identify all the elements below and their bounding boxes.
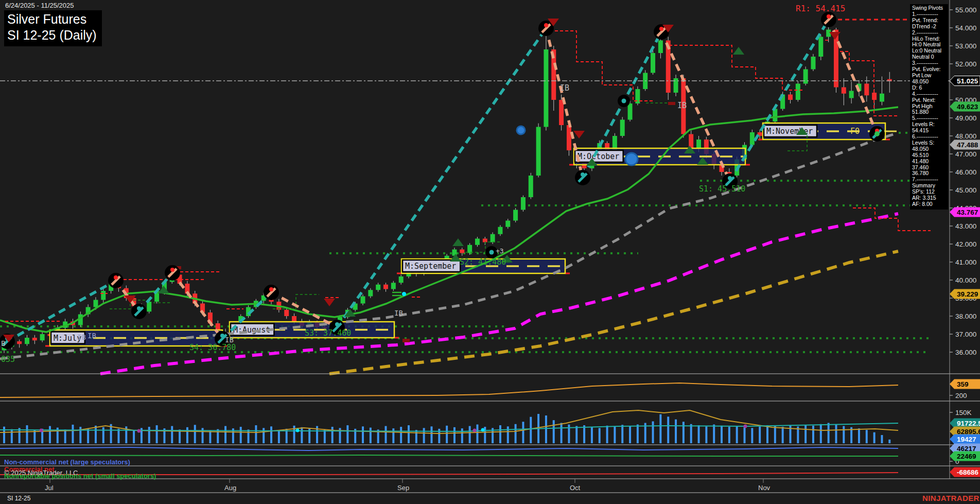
axis-tick-label: 150K xyxy=(955,409,972,416)
sell-triangle xyxy=(829,32,841,40)
chart-annotation: S4: 36.780 xyxy=(189,343,236,352)
candlestick xyxy=(750,132,755,145)
sell-triangle xyxy=(573,131,585,138)
chart-annotation: IB xyxy=(87,332,96,340)
swing-pivots-line: 41.480 xyxy=(912,159,948,165)
chart-annotation: +3 xyxy=(496,247,504,255)
axis-tick-label: 47.000 xyxy=(955,150,976,158)
support-resistance-levels xyxy=(0,133,930,352)
candlestick xyxy=(849,91,854,98)
candlestick xyxy=(521,197,526,210)
candlestick xyxy=(505,221,510,227)
candlestick xyxy=(544,49,548,127)
candlestick xyxy=(796,84,800,100)
candlestick xyxy=(498,227,502,234)
candlestick xyxy=(40,334,45,340)
svg-text:46217: 46217 xyxy=(957,445,976,453)
candlestick xyxy=(651,53,655,73)
sell-triangle xyxy=(324,299,335,306)
candlestick xyxy=(773,109,777,122)
candlestick xyxy=(17,341,22,344)
candlestick xyxy=(620,120,625,136)
chart-annotation: IB xyxy=(77,333,86,341)
chart-annotation: S2: 41.480 xyxy=(460,257,506,267)
chart-annotation: 035 xyxy=(1,355,15,364)
month-label[interactable]: Jul xyxy=(45,484,54,492)
axis-tick-label: 37.000 xyxy=(955,331,976,338)
chart-canvas[interactable]: M:JulyM:AugustM:SeptemberM:OctoberM:Nove… xyxy=(0,0,980,504)
buy-triangle xyxy=(452,238,464,246)
candlestick xyxy=(529,176,533,197)
candlestick xyxy=(467,245,472,253)
volume-histogram xyxy=(3,414,890,443)
candlestick xyxy=(93,300,98,307)
candlestick xyxy=(513,210,518,221)
month-label[interactable]: Sep xyxy=(397,484,409,492)
chart-date-range: 6/24/2025 - 11/25/2025 xyxy=(5,2,74,9)
month-label[interactable]: Oct xyxy=(570,484,581,492)
chart-title-instrument: Silver Futures xyxy=(7,11,97,27)
candlestick xyxy=(368,290,373,296)
swing-pivots-line: Pvt. Trend: xyxy=(912,18,948,24)
candlestick xyxy=(658,41,663,54)
r1-label: R1: 54.415 xyxy=(796,4,845,13)
chart-annotation: B xyxy=(1,339,5,347)
candlestick xyxy=(788,95,793,100)
svg-text:19427: 19427 xyxy=(957,436,976,443)
swing-markers xyxy=(0,12,885,349)
candlestick xyxy=(491,234,495,242)
candlestick xyxy=(383,285,388,289)
chart-annotation: S1: 45.510 xyxy=(699,184,745,194)
candlestick xyxy=(567,125,571,150)
axis-tick-label: 54.000 xyxy=(955,24,976,32)
candlestick xyxy=(361,297,365,304)
candlestick xyxy=(811,57,815,69)
svg-text:-68686: -68686 xyxy=(957,468,979,476)
legend-noncommercial-net: Non-commercial net (large speculators) xyxy=(4,458,130,466)
axis-tick-label: 45.000 xyxy=(955,186,976,194)
monthly-box-label: M:August xyxy=(233,325,270,335)
ninjatrader-logo: NINJATRADER xyxy=(922,494,979,502)
candlestick xyxy=(818,37,823,57)
swing-pivots-panel: Swing Pivots1.------------Pvt. Trend:DTr… xyxy=(910,4,948,210)
axis-tick-label: 48.000 xyxy=(955,132,976,140)
price-axis-labels: 55.00054.00053.00052.00051.00050.00049.0… xyxy=(950,6,976,465)
swing-pivots-line: DTrend -2 xyxy=(912,24,948,30)
monthly-boxes: M:JulyM:AugustM:SeptemberM:OctoberM:Nove… xyxy=(45,123,890,346)
svg-text:359: 359 xyxy=(957,380,969,388)
svg-text:47.488: 47.488 xyxy=(957,141,978,149)
axis-tick-label: 53.000 xyxy=(955,42,976,50)
svg-text:49.623: 49.623 xyxy=(957,103,978,111)
svg-text:22469: 22469 xyxy=(957,453,976,460)
signal-dot xyxy=(625,153,638,165)
svg-text:39.229: 39.229 xyxy=(957,290,978,298)
candlestick xyxy=(864,84,869,96)
candlestick xyxy=(399,276,404,283)
swing-pivots-line: D: 6 xyxy=(912,85,948,91)
chart-title-box: Silver Futures SI 12-25 (Daily) xyxy=(4,10,102,46)
month-label[interactable]: Nov xyxy=(758,484,771,492)
svg-text:62895.62: 62895.62 xyxy=(957,428,980,436)
chart-annotation: IB xyxy=(560,83,569,93)
axis-tick-label: 200 xyxy=(955,392,967,399)
axis-tick-label: 41.000 xyxy=(955,258,976,266)
candlestick xyxy=(880,94,884,102)
axis-tick-label: 38.000 xyxy=(955,312,976,320)
swing-pivots-line: Pvt. Next: xyxy=(912,97,948,103)
candlestick xyxy=(475,239,480,245)
legend-nonreportable-net: Nonreportable positions net (small specu… xyxy=(4,472,156,480)
axis-tick-label: 46.000 xyxy=(955,168,976,176)
monthly-box-label: M:October xyxy=(577,152,619,161)
chart-annotation: IB xyxy=(394,309,403,317)
candlestick xyxy=(696,140,701,149)
instrument-tab[interactable]: SI 12-25 xyxy=(7,495,30,502)
axis-tick-label: 42.000 xyxy=(955,240,976,248)
chart-annotation: S3: 37.460 xyxy=(305,328,351,338)
chart-annotation: F0 xyxy=(850,127,860,136)
axis-tick-label: 40.000 xyxy=(955,276,976,284)
month-label[interactable]: Aug xyxy=(224,484,236,492)
swing-pivots-line: 4.------------ xyxy=(912,91,948,97)
axis-tick-label: 43.000 xyxy=(955,222,976,230)
candlestick xyxy=(803,69,808,84)
svg-text:43.767: 43.767 xyxy=(957,208,978,216)
